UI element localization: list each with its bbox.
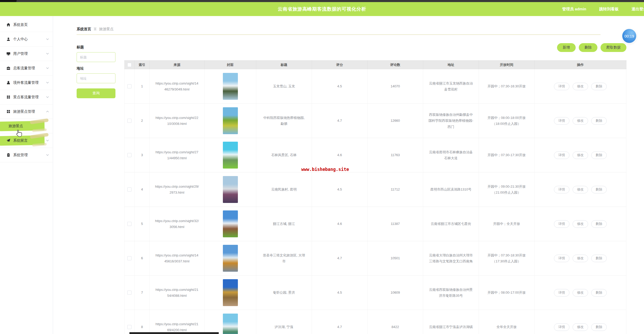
title-filter-input[interactable]	[77, 52, 115, 62]
sidebar-item-label: 系统管理	[13, 153, 28, 157]
add-button[interactable]: 新增	[557, 43, 576, 52]
delete-button[interactable]: 删除	[591, 151, 607, 159]
address-text: 云南省昆明市石林彝族自治县石林大道	[423, 149, 479, 161]
cover-image	[223, 210, 238, 237]
cell-index: 1	[135, 69, 150, 104]
table-header-cell: 封面	[204, 60, 256, 69]
sight-title: 石林风景区, 石林	[266, 152, 302, 158]
person-icon	[6, 80, 11, 85]
sidebar-item-label: 境外客流量管理	[13, 80, 39, 85]
table-row: 4https://you.ctrip.com/sight/29/2973.htm…	[124, 172, 626, 207]
table-row: 7https://you.ctrip.com/sight/2154/4088.h…	[124, 276, 626, 310]
header-select-cell	[124, 60, 135, 69]
address-filter-input[interactable]	[77, 73, 115, 83]
header-logout-link[interactable]: 退出登录	[632, 7, 644, 12]
edit-button[interactable]: 修改	[573, 117, 588, 125]
sight-title: 崇圣寺三塔文化旅游区, 大理市	[256, 252, 312, 264]
row-checkbox[interactable]	[127, 291, 131, 295]
source-url: https://you.ctrip.com/sight/1446279/3049…	[150, 80, 204, 93]
delete-button[interactable]: 删除	[591, 83, 607, 90]
sidebar-item-home[interactable]: 系统首页	[0, 18, 53, 32]
cell-open-time: 开园中；07:30-18:30开放（17:30停止入园）	[479, 241, 535, 276]
sidebar-item-system[interactable]: 系统管理	[0, 148, 53, 162]
detail-button[interactable]: 详情	[554, 117, 569, 125]
cell-rating: 4.5	[312, 69, 368, 104]
cell-actions: 详情修改删除	[535, 138, 626, 172]
cell-cover	[204, 276, 256, 310]
delete-button[interactable]: 删除	[591, 255, 607, 262]
delete-button[interactable]: 删除	[591, 117, 607, 125]
detail-button[interactable]: 详情	[554, 220, 569, 228]
sidebar-item-total-flow[interactable]: 总客流量管理	[0, 61, 53, 75]
edit-button[interactable]: 修改	[573, 151, 588, 159]
detail-button[interactable]: 详情	[554, 255, 569, 262]
edit-button[interactable]: 修改	[573, 255, 588, 262]
delete-button[interactable]: 删除	[591, 289, 607, 297]
delete-button[interactable]: 删除	[591, 186, 607, 193]
delete-button[interactable]: 删除	[591, 323, 607, 331]
edit-button[interactable]: 修改	[573, 289, 588, 297]
search-button[interactable]: 查询	[77, 88, 115, 98]
cell-actions: 详情修改删除	[535, 276, 626, 310]
cell-title: 中科院西双版纳热带植物园, 勐腊	[256, 104, 312, 138]
source-url: https://you.ctrip.com/sight/2210/3008.ht…	[150, 115, 204, 127]
edit-button[interactable]: 修改	[573, 83, 588, 90]
sight-title: 曼听公园, 景洪	[268, 290, 300, 295]
cell-open-time: 全年全天开放	[479, 310, 535, 334]
crawl-data-button[interactable]: 爬取数据	[601, 43, 626, 52]
source-url: https://you.ctrip.com/sight/271/44950.ht…	[150, 149, 204, 161]
detail-button[interactable]: 详情	[554, 151, 569, 159]
breadcrumb-current: 旅游景点	[99, 27, 114, 32]
cover-image	[223, 142, 238, 169]
cell-open-time: 开园中；全天开放	[479, 207, 535, 241]
sidebar-item-sight-mgmt[interactable]: 旅游景点管理	[0, 104, 53, 119]
cell-index: 5	[135, 207, 150, 241]
edit-button[interactable]: 修改	[573, 186, 588, 193]
mouse-cursor	[15, 129, 23, 138]
timer-badge: 00:19	[622, 29, 636, 43]
open-time-text: 开园中；07:30-18:30开放（17:30停止入园）	[479, 252, 534, 264]
sidebar-item-messages[interactable]: 系统留言	[0, 133, 53, 148]
edit-button[interactable]: 修改	[573, 323, 588, 331]
chevron-down-icon	[46, 37, 49, 41]
table-row: 1https://you.ctrip.com/sight/1446279/304…	[124, 69, 626, 104]
cover-image	[223, 245, 238, 272]
sidebar-item-users[interactable]: 用户管理	[0, 47, 53, 61]
header-board-link[interactable]: 跳转到看板	[599, 7, 619, 12]
delete-button[interactable]: 删除	[579, 43, 597, 52]
row-checkbox[interactable]	[127, 222, 131, 226]
row-checkbox[interactable]	[127, 187, 131, 192]
cell-title: 丽江古城, 丽江	[256, 207, 312, 241]
row-checkbox[interactable]	[127, 153, 131, 157]
row-checkbox[interactable]	[127, 256, 131, 260]
chevron-down-icon	[46, 66, 49, 70]
open-time-text: 开园中；08:00-18:00开放（18:00停止入园）	[479, 115, 534, 127]
cell-address: 云南省丽江市玉龙纳西族自治县雪花村	[423, 69, 479, 104]
detail-button[interactable]: 详情	[554, 186, 569, 193]
cell-actions: 详情修改删除	[535, 310, 626, 334]
table-row: 5https://you.ctrip.com/sight/32/3056.htm…	[124, 207, 626, 241]
address-filter-label: 地址	[77, 66, 115, 71]
row-checkbox[interactable]	[127, 84, 131, 88]
sidebar-item-sights[interactable]: 旅游景点	[0, 119, 53, 133]
breadcrumb-home[interactable]: 系统首页	[77, 27, 91, 32]
sidebar-item-overseas-flow[interactable]: 境外客流量管理	[0, 75, 53, 90]
edit-button[interactable]: 修改	[573, 220, 588, 228]
cell-comments: 14070	[368, 69, 423, 104]
chevron-down-icon	[46, 52, 49, 55]
cell-select	[124, 310, 135, 334]
cell-comments: 11763	[368, 138, 423, 172]
row-checkbox[interactable]	[127, 119, 131, 123]
delete-button[interactable]: 删除	[591, 220, 607, 228]
detail-button[interactable]: 详情	[554, 289, 569, 297]
cell-index: 8	[135, 310, 150, 334]
bottom-strip	[129, 332, 219, 334]
sidebar-item-profile[interactable]: 个人中心	[0, 32, 53, 47]
select-all-checkbox[interactable]	[127, 63, 131, 67]
detail-button[interactable]: 详情	[554, 323, 569, 331]
sidebar-item-sight-flow[interactable]: 景点客流量管理	[0, 90, 53, 104]
cell-address: 云南省丽江市宁蒗县泸沽湖镇	[423, 310, 479, 334]
cell-source: https://you.ctrip.com/sight/29/2973.html	[150, 172, 204, 207]
row-checkbox[interactable]	[127, 325, 131, 329]
detail-button[interactable]: 详情	[554, 83, 569, 90]
